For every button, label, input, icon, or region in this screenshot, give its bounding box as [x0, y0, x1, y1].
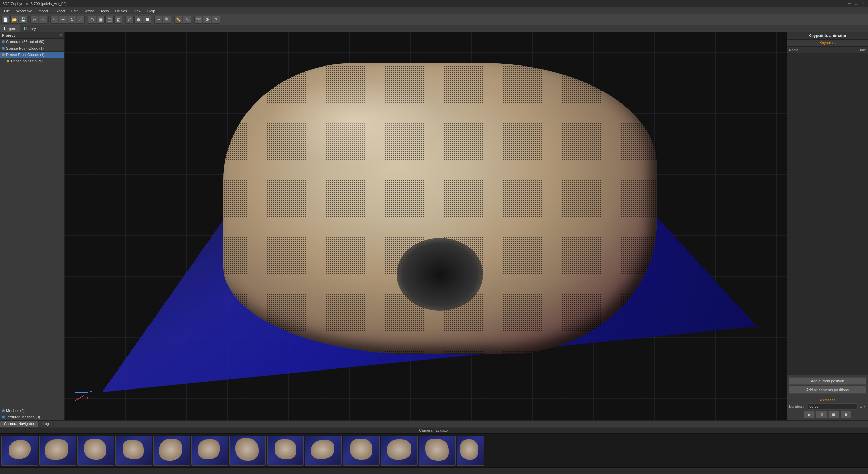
move-button[interactable]: ✛ — [59, 16, 67, 24]
save-button[interactable]: 💾 — [19, 16, 27, 24]
menu-export[interactable]: Export — [52, 8, 68, 14]
texture-button[interactable]: 🔲 — [143, 16, 151, 24]
add-all-cameras-button[interactable]: Add all cameras positions — [789, 386, 866, 394]
tab-camera-navigator[interactable]: Camera Navigator — [0, 421, 39, 427]
thumb-bg-4 — [116, 436, 152, 465]
record-button[interactable]: ⏺ — [841, 411, 851, 418]
scale-button[interactable]: ⤢ — [77, 16, 85, 24]
app-title: 3DF Zephyr Lite 3.700 (pelvis_Ant_02) — [3, 2, 67, 6]
thumb-bg-3 — [78, 436, 114, 465]
menu-bar: File Workflow Import Export Edit Scene T… — [0, 7, 868, 14]
camera-thumb-4[interactable] — [115, 436, 152, 466]
view-front[interactable]: ◫ — [105, 16, 114, 24]
sep7 — [193, 16, 193, 23]
camera-navigator[interactable] — [0, 433, 868, 467]
duration-label: Duration: — [789, 404, 806, 409]
thumb-bone-6 — [198, 439, 220, 459]
thumb-bg-2 — [40, 436, 76, 465]
animation-label: Animation — [789, 398, 866, 402]
thumb-bone-2 — [45, 439, 68, 460]
wireframe-button[interactable]: ⬡ — [125, 16, 134, 24]
duration-spinner[interactable]: ▲▼ — [859, 405, 866, 409]
view-side[interactable]: ⬕ — [114, 16, 122, 24]
menu-utilities[interactable]: Utilities — [113, 8, 130, 14]
camera-thumb-2[interactable] — [39, 436, 76, 466]
camera-thumb-3[interactable] — [77, 436, 114, 466]
play-button[interactable]: ▶ — [804, 411, 815, 418]
view-perspective[interactable]: ⬡ — [88, 16, 96, 24]
redo-button[interactable]: ↪ — [39, 16, 47, 24]
new-button[interactable]: 📄 — [1, 16, 9, 24]
stop-button[interactable]: ⏹ — [828, 411, 839, 418]
camera-thumb-12[interactable] — [419, 436, 456, 466]
panel-header: Project ✕ — [0, 32, 64, 39]
camera-thumb-9[interactable] — [305, 436, 342, 466]
minimize-button[interactable]: ─ — [847, 1, 852, 6]
camera-thumb-7[interactable] — [229, 436, 266, 466]
rotate-button[interactable]: ↻ — [68, 16, 76, 24]
camera-nav-title: Camera navigator — [419, 428, 449, 432]
menu-help[interactable]: Help — [145, 8, 158, 14]
undo-button[interactable]: ↩ — [30, 16, 38, 24]
duration-row: Duration: ▲▼ — [789, 403, 866, 410]
camera-button[interactable]: 📷 — [194, 16, 202, 24]
tab-project[interactable]: Project — [0, 25, 20, 32]
menu-workflow[interactable]: Workflow — [14, 8, 34, 14]
open-button[interactable]: 📂 — [10, 16, 18, 24]
thumb-bg-13 — [457, 436, 484, 465]
help-button[interactable]: ? — [212, 16, 220, 24]
menu-edit[interactable]: Edit — [68, 8, 80, 14]
camera-thumb-10[interactable] — [343, 436, 380, 466]
menu-import[interactable]: Import — [35, 8, 51, 14]
pause-button[interactable]: ⏸ — [816, 411, 827, 418]
menu-view[interactable]: View — [131, 8, 144, 14]
zoom-fit[interactable]: ⤞ — [154, 16, 162, 24]
camera-thumb-11[interactable] — [381, 436, 418, 466]
camera-thumb-8[interactable] — [267, 436, 304, 466]
keypoints-header: Keypoints animator — [787, 32, 868, 40]
tree-dense-clouds[interactable]: Dense Point Clouds (1) — [0, 52, 64, 58]
textured-meshes-dot — [2, 416, 5, 418]
camera-thumb-6[interactable] — [191, 436, 228, 466]
status-bar — [0, 467, 868, 474]
dense-clouds-dot — [2, 53, 5, 56]
tree-dense1[interactable]: Dense point cloud 1 — [0, 58, 64, 64]
camera-thumb-5[interactable] — [153, 436, 190, 466]
tree-textured-meshes[interactable]: Textured Meshes (3) — [0, 414, 64, 420]
thumb-bg-1 — [2, 436, 38, 465]
camera-thumb-13[interactable] — [457, 436, 484, 466]
meshes-label: Meshes (2) — [6, 409, 25, 413]
bottom-tab-bar: Camera Navigator Log — [0, 420, 868, 427]
maximize-button[interactable]: □ — [854, 1, 859, 6]
add-current-position-button[interactable]: Add current position — [789, 377, 866, 385]
tree-sparse[interactable]: Sparse Point Cloud (1) — [0, 45, 64, 52]
cameras-label: Cameras (58 out of 60) — [6, 40, 44, 44]
sparse-label: Sparse Point Cloud (1) — [6, 46, 44, 50]
viewport[interactable]: Z X — [64, 32, 787, 420]
settings-button[interactable]: ⚙ — [203, 16, 211, 24]
tab-history[interactable]: History — [20, 25, 40, 32]
view-top[interactable]: ▣ — [97, 16, 105, 24]
tab-keypoints[interactable]: Keypoints — [787, 40, 868, 46]
menu-tools[interactable]: Tools — [98, 8, 112, 14]
select-button[interactable]: ↖ — [50, 16, 58, 24]
tree-cameras[interactable]: Cameras (58 out of 60) — [0, 39, 64, 45]
camera-thumb-1[interactable] — [1, 436, 38, 466]
solid-button[interactable]: ⬢ — [134, 16, 142, 24]
cameras-dot — [2, 40, 5, 43]
bone-model — [223, 63, 657, 355]
panel-title: Project — [2, 33, 15, 37]
menu-scene[interactable]: Scene — [81, 8, 97, 14]
duration-input[interactable] — [808, 403, 858, 410]
annotate-button[interactable]: ✎ — [183, 16, 191, 24]
thumb-bone-13 — [460, 439, 479, 460]
tree-meshes[interactable]: Meshes (2) — [0, 407, 64, 414]
menu-file[interactable]: File — [1, 8, 13, 14]
zoom-in[interactable]: 🔍 — [163, 16, 171, 24]
measure-button[interactable]: 📏 — [174, 16, 182, 24]
sparse-dot — [2, 47, 5, 50]
close-button[interactable]: ✕ — [861, 1, 865, 6]
tab-log[interactable]: Log — [39, 421, 53, 427]
sep4 — [124, 16, 124, 23]
panel-close-icon[interactable]: ✕ — [59, 33, 62, 37]
